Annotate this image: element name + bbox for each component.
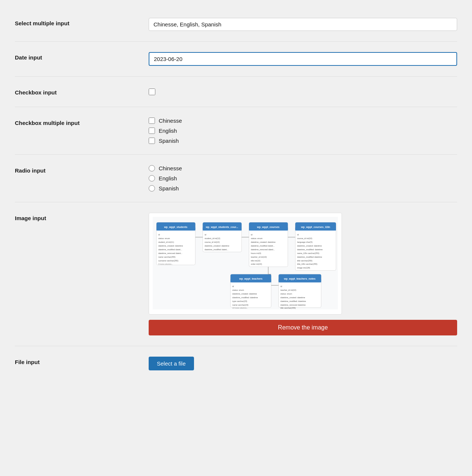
svg-text:datetime_created: datetime: datetime_created: datetime	[251, 241, 275, 243]
svg-text:course_id int(10): course_id int(10)	[297, 237, 312, 239]
file-input-row: File input Select a file	[15, 346, 457, 381]
svg-text:datetime_created: datetime: datetime_created: datetime	[281, 296, 305, 299]
checkbox-chinesse-label: Chinesse	[159, 118, 182, 124]
checkbox-item-spanish[interactable]: Spanish	[149, 138, 457, 144]
svg-text:datetime_removed dateti...: datetime_removed dateti...	[251, 248, 275, 251]
form-container: Select multiple input Date input Checkbo…	[0, 0, 472, 388]
svg-text:wp_wppt_teachers: wp_wppt_teachers	[239, 277, 262, 280]
svg-text:id: id	[232, 285, 234, 287]
svg-text:id: id	[281, 285, 282, 287]
svg-text:teacher_id int(10): teacher_id int(10)	[281, 289, 297, 291]
db-diagram-svg: wp_wppt_students id status: enum student…	[153, 217, 338, 309]
image-input-row: Image input wp_wppt_students id status: …	[15, 202, 457, 346]
svg-text:id: id	[158, 234, 160, 236]
svg-text:student_id int(12): student_id int(12)	[204, 237, 220, 239]
svg-text:title_i18n varchar(255): title_i18n varchar(255)	[297, 263, 317, 265]
svg-text:datetime_modified dateti...: datetime_modified dateti...	[204, 248, 229, 251]
svg-text:order int(10): order int(10)	[251, 263, 262, 265]
image-input-label: Image input	[15, 213, 149, 221]
svg-text:surname varchar(255): surname varchar(255)	[158, 260, 178, 262]
svg-text:status: enum: status: enum	[158, 237, 170, 239]
radio-spanish[interactable]	[149, 185, 155, 192]
svg-text:name varchar(255): name varchar(255)	[158, 256, 175, 258]
date-input-label: Date input	[15, 52, 149, 61]
svg-text:wp_wppt_students: wp_wppt_students	[164, 226, 187, 229]
svg-text:datetime_created: datetime: datetime_created: datetime	[232, 293, 257, 295]
checkbox-single-control	[149, 87, 457, 96]
checkbox-multiple-label: Checkbox multiple input	[15, 118, 149, 126]
checkbox-single-label: Checkbox input	[15, 87, 149, 96]
radio-input-control: Chinesse English Spanish	[149, 165, 457, 192]
image-preview: wp_wppt_students id status: enum student…	[149, 213, 342, 315]
svg-text:wp_wppt_courses: wp_wppt_courses	[257, 226, 280, 229]
date-input-field[interactable]	[149, 52, 457, 66]
svg-text:wp_wppt_courses_i18n: wp_wppt_courses_i18n	[301, 226, 330, 229]
svg-text:id: id	[251, 234, 252, 236]
svg-text:datetime_modified datetime: datetime_modified datetime	[297, 256, 322, 258]
checkbox-chinesse[interactable]	[149, 118, 155, 124]
svg-text:type varchar(23): type varchar(23)	[232, 300, 247, 302]
svg-text:title varchar(255): title varchar(255)	[281, 307, 296, 309]
svg-text:wp_wppt_students_cour...: wp_wppt_students_cour...	[206, 226, 238, 229]
select-multiple-row: Select multiple input	[15, 7, 457, 41]
checkbox-spanish[interactable]	[149, 138, 155, 144]
radio-item-english[interactable]: English	[149, 175, 457, 181]
radio-chinesse[interactable]	[149, 165, 155, 171]
checkbox-spanish-label: Spanish	[159, 138, 179, 144]
image-input-control: wp_wppt_students id status: enum student…	[149, 213, 457, 335]
svg-text:datetime_modified: datetime: datetime_modified: datetime	[297, 248, 323, 251]
radio-input-label: Radio input	[15, 165, 149, 174]
svg-text:title varchar(255): title varchar(255)	[297, 260, 312, 262]
radio-english-label: English	[159, 175, 177, 181]
radio-input-row: Radio input Chinesse English Spanish	[15, 155, 457, 202]
svg-text:datetime_created: datetime: datetime_created: datetime	[297, 245, 321, 247]
svg-text:id: id	[297, 234, 298, 236]
radio-english[interactable]	[149, 175, 155, 181]
svg-text:hours int(4): hours int(4)	[251, 252, 261, 254]
radio-item-chinesse[interactable]: Chinesse	[149, 165, 457, 171]
svg-text:datetime_modified dateti...: datetime_modified dateti...	[251, 245, 275, 247]
radio-chinesse-label: Chinesse	[159, 165, 182, 171]
checkbox-multiple-row: Checkbox multiple input Chinesse English…	[15, 107, 457, 154]
date-input-control	[149, 52, 457, 66]
svg-text:status: enum: status: enum	[251, 237, 263, 239]
svg-text:datetime_removed datetime: datetime_removed datetime	[281, 304, 306, 306]
select-file-button[interactable]: Select a file	[149, 357, 194, 370]
select-multiple-input[interactable]	[149, 18, 457, 31]
svg-text:course_id int(12): course_id int(12)	[204, 241, 220, 243]
checkbox-english[interactable]	[149, 128, 155, 134]
svg-text:name varchar(23): name varchar(23)	[232, 304, 248, 306]
svg-text:datetime_modified: datetime: datetime_modified: datetime	[281, 300, 306, 302]
radio-group: Chinesse English Spanish	[149, 165, 457, 192]
svg-text:wp_wppt_teachers_notes: wp_wppt_teachers_notes	[284, 277, 316, 280]
select-multiple-label: Select multiple input	[15, 18, 149, 26]
checkbox-single-input[interactable]	[149, 89, 155, 95]
checkbox-item-english[interactable]: English	[149, 128, 457, 134]
svg-text:title int(10): title int(10)	[251, 260, 261, 262]
svg-text:student_id int(11): student_id int(11)	[158, 241, 174, 243]
svg-text:name_i18n varchar(255): name_i18n varchar(255)	[297, 252, 319, 254]
svg-text:status: enum: status: enum	[232, 289, 244, 291]
checkbox-multiple-control: Chinesse English Spanish	[149, 118, 457, 144]
checkbox-group: Chinesse English Spanish	[149, 118, 457, 144]
select-multiple-control	[149, 18, 457, 31]
svg-text:datetime_modified: datetime: datetime_modified: datetime	[232, 296, 258, 299]
svg-text:status: enum: status: enum	[281, 293, 292, 295]
image-section: wp_wppt_students id status: enum student…	[149, 213, 457, 335]
date-input-row: Date input	[15, 42, 457, 76]
remove-image-button[interactable]: Remove the image	[149, 320, 457, 335]
checkbox-single-row: Checkbox input	[15, 77, 457, 107]
svg-text:teacher_id int(10): teacher_id int(10)	[251, 256, 267, 258]
file-input-control: Select a file	[149, 357, 457, 370]
svg-text:datetime_created: datetime: datetime_created: datetime	[204, 245, 229, 247]
svg-text:image int(128): image int(128)	[297, 267, 310, 269]
svg-text:10 more columns...: 10 more columns...	[232, 307, 248, 309]
svg-text:language char(5): language char(5)	[297, 241, 313, 243]
svg-text:id: id	[204, 234, 206, 236]
svg-text:datetime_removed dateti...: datetime_removed dateti...	[158, 252, 182, 254]
file-input-label: File input	[15, 357, 149, 365]
radio-item-spanish[interactable]: Spanish	[149, 185, 457, 192]
checkbox-item-chinesse[interactable]: Chinesse	[149, 118, 457, 124]
svg-text:datetime_created: datetime: datetime_created: datetime	[158, 245, 183, 247]
svg-text:9 more columns...: 9 more columns...	[158, 263, 173, 265]
